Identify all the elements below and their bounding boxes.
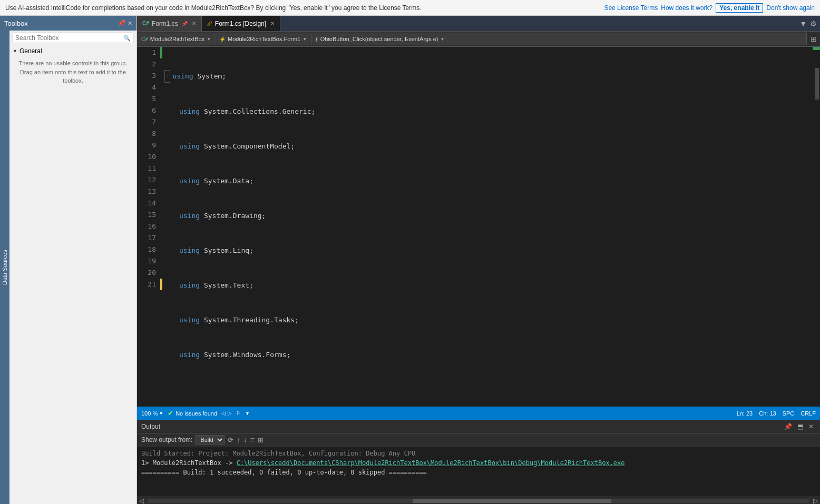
output-pin-button[interactable]: 📌 [782, 422, 794, 431]
output-toolbar-btn3[interactable]: ↓ [243, 436, 247, 444]
tab-bar-end[interactable]: ▼ ⚙ [796, 16, 820, 31]
line-indicator-3 [160, 70, 162, 82]
editor-area: C# Form1.cs 📌 ✕ 🖊 Form1.cs [Design] ✕ ▼ … [137, 16, 820, 504]
dont-show-link[interactable]: Don't show again [766, 4, 815, 12]
output-float-button[interactable]: ⬒ [795, 422, 805, 431]
line-indicator-17 [160, 232, 162, 244]
code-line-10 [164, 384, 813, 396]
output-header: Output 📌 ⬒ ✕ [137, 420, 820, 433]
close-icon[interactable]: ✕ [128, 20, 132, 27]
output-toolbar-btn5[interactable]: ⊞ [258, 436, 263, 444]
output-toolbar-btn2[interactable]: ↑ [237, 436, 240, 444]
zoom-value: 100 % [141, 410, 158, 417]
pin-icon[interactable]: 📌 [118, 19, 125, 27]
gutter-1: 1 [137, 47, 156, 58]
tab-icon-cs: C# [142, 21, 149, 26]
output-text-2a: 1> Module2RichTextBox -> [141, 459, 237, 467]
gutter-11: 11 [137, 163, 156, 174]
scroll-right-arrow[interactable]: ▷ [811, 497, 820, 505]
status-crlf: CRLF [801, 410, 816, 417]
toolbox-search-input[interactable] [15, 34, 123, 42]
status-ch: Ch: 13 [759, 410, 776, 417]
class-dropdown[interactable]: ⚡ Module2RichTextBox.Form1 ▼ [216, 33, 310, 45]
class-dropdown-text: Module2RichTextBox.Form1 [228, 36, 300, 42]
tab-form1cs[interactable]: C# Form1.cs 📌 ✕ [137, 16, 202, 31]
how-it-works-link[interactable]: How does it work? [661, 4, 712, 12]
toolbox-title: Toolbox [4, 19, 28, 27]
bottom-scroll-thumb[interactable] [413, 499, 611, 503]
status-arrow-left: ◁ [221, 410, 226, 416]
output-line-3: ========== Build: 1 succeeded, 0 failed,… [141, 468, 816, 477]
output-source-row: Show output from: Build ⟳ ↑ ↓ ≡ ⊞ [137, 433, 820, 447]
line-indicator-21 [160, 279, 162, 290]
method-dropdown[interactable]: ƒ OhioButton_Click(object sender, EventA… [311, 33, 807, 45]
output-toolbar-btn1[interactable]: ⟳ [228, 436, 233, 444]
class-icon: ⚡ [219, 36, 226, 42]
code-line-7: using System.Text; [164, 280, 813, 291]
code-line-8: using System.Threading.Tasks; [164, 314, 813, 326]
code-lines-wrapper: 1 2 3 4 5 6 7 8 9 10 11 12 13 14 15 16 1 [137, 47, 820, 407]
scroll-left-arrow[interactable]: ◁ [137, 497, 146, 505]
toolbox-group-header[interactable]: ▼ General [13, 46, 133, 56]
data-sources-tab[interactable]: Data Sources [0, 31, 9, 504]
tab-form1design-close[interactable]: ✕ [270, 21, 275, 26]
collapse-1[interactable]: - [164, 70, 170, 83]
output-link-exe[interactable]: C:\Users\scedd\Documents\CSharp\Module2R… [237, 459, 625, 467]
gutter-17: 17 [137, 232, 156, 244]
namespace-dropdown-arrow: ▼ [207, 37, 211, 42]
scroll-thumb[interactable] [815, 68, 819, 100]
status-zoom[interactable]: 100 % ▼ [141, 410, 163, 417]
gutter-19: 19 [137, 255, 156, 267]
see-license-link[interactable]: See License Terms [604, 4, 658, 12]
line-indicator-10 [160, 151, 162, 163]
tab-overflow-icon[interactable]: ▼ [799, 19, 807, 28]
yes-enable-link[interactable]: Yes, enable it [716, 3, 763, 13]
toolbox-content: 🔍 ▼ General There are no usable controls… [9, 31, 136, 504]
tab-form1design-label: Form1.cs [Design] [215, 20, 266, 27]
line-indicator-14 [160, 197, 162, 209]
tab-form1design[interactable]: 🖊 Form1.cs [Design] ✕ [202, 16, 280, 31]
tab-form1cs-close[interactable]: ✕ [192, 21, 196, 26]
indicator-col [160, 47, 164, 407]
output-title: Output [141, 423, 160, 430]
gutter-21: 21 [137, 279, 156, 290]
output-toolbar-btn4[interactable]: ≡ [250, 436, 255, 444]
gutter-6: 6 [137, 105, 156, 116]
gutter-2: 2 [137, 58, 156, 70]
toolbox-empty-message: There are no usable controls in this gro… [18, 60, 127, 84]
status-spc: SPC [783, 410, 795, 417]
status-arrow-right: ▷ [228, 410, 232, 416]
output-source-select[interactable]: Build [196, 435, 224, 444]
main-layout: Toolbox 📌 ✕ 🔍 ▼ General There are no usa… [0, 16, 820, 504]
gutter-12: 12 [137, 174, 156, 186]
code-line-1: -using System; [164, 70, 813, 83]
code-col[interactable]: -using System; using System.Collections.… [164, 47, 813, 407]
zoom-arrow: ▼ [159, 411, 163, 416]
editor-toolbar: C# Module2RichTextBox ▼ ⚡ Module2RichTex… [137, 32, 820, 47]
method-icon: ƒ [315, 36, 318, 42]
gutter-16: 16 [137, 221, 156, 232]
bottom-scrollbar[interactable]: ◁ ▷ [137, 497, 820, 504]
gutter-5: 5 [137, 93, 156, 105]
toolbox-panel: Toolbox 📌 ✕ 🔍 ▼ General There are no usa… [0, 16, 137, 504]
line-indicator-11 [160, 163, 162, 174]
toolbox-header-left: Toolbox [4, 19, 28, 27]
status-left: 100 % ▼ ✔ No issues found ◁ ▷ ⚐ ▼ [141, 409, 250, 417]
bottom-scroll-track[interactable] [148, 499, 809, 503]
gutter-20: 20 [137, 267, 156, 279]
line-indicator-16 [160, 221, 162, 232]
gutter-10: 10 [137, 151, 156, 163]
namespace-dropdown[interactable]: C# Module2RichTextBox ▼ [138, 33, 214, 45]
toolbar-expand-icon[interactable]: ⊞ [807, 35, 820, 43]
gutter-3: 3 [137, 70, 156, 82]
right-scrollbar[interactable] [813, 47, 820, 407]
toolbox-search-box[interactable]: 🔍 [13, 33, 133, 43]
line-indicator-5 [160, 93, 162, 105]
search-icon: 🔍 [123, 35, 131, 42]
output-close-button[interactable]: ✕ [806, 422, 816, 431]
code-editor[interactable]: 1 2 3 4 5 6 7 8 9 10 11 12 13 14 15 16 1 [137, 47, 820, 407]
tab-pin-icon[interactable]: 📌 [182, 21, 188, 26]
issues-text: No issues found [175, 410, 217, 417]
settings-icon[interactable]: ⚙ [810, 19, 817, 28]
status-issues: ✔ No issues found [168, 409, 217, 417]
